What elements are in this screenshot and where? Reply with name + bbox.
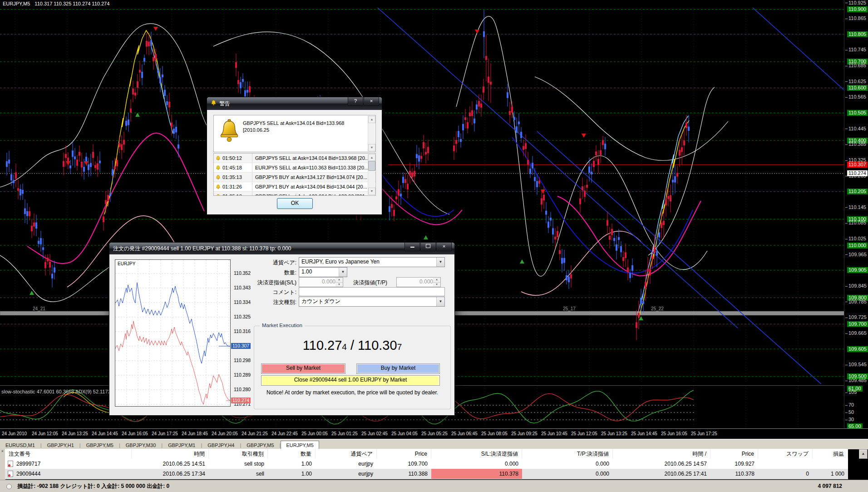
- order-cell: 0.000: [522, 469, 613, 479]
- alert-history-list[interactable]: 01:50:12GBPJPY5 SELL at Ask=134.014 Bid=…: [213, 153, 376, 196]
- terminal-column-header[interactable]: スワップ: [758, 449, 813, 459]
- price-scale-label: 109.725: [845, 314, 867, 320]
- terminal-order-row[interactable]: 290094442010.06.25 17:34sell1.00eurjpy11…: [5, 469, 848, 479]
- terminal-column-header[interactable]: T/P:決済指値: [522, 449, 613, 459]
- terminal-column-header[interactable]: Price: [710, 449, 758, 459]
- alert-list-item[interactable]: 01:35:13GBPJPY5 BUY at Ask=134.127 Bid=1…: [214, 173, 375, 182]
- message-scrollbar[interactable]: ▲ ▼: [368, 116, 375, 151]
- price-scale[interactable]: 110.925110.900110.865110.805110.745110.7…: [844, 0, 868, 428]
- terminal-scroll-up-arrow[interactable]: ▲: [859, 449, 868, 459]
- help-button[interactable]: ?: [348, 97, 363, 106]
- scroll-down-icon[interactable]: ▼: [368, 144, 375, 151]
- time-axis[interactable]: 24 Jun 201024 Jun 12:0524 Jun 13:2524 Ju…: [0, 428, 868, 439]
- order-cell: 110.378: [710, 469, 758, 479]
- close-position-button[interactable]: Close #29009444 sell 1.00 EURJPY by Mark…: [261, 375, 440, 386]
- buy-arrow-icon: [135, 113, 140, 117]
- candles: [390, 135, 428, 221]
- market-execution-notice: Notice! At order by market execution, th…: [254, 389, 450, 396]
- terminal-column-header[interactable]: 時間: [132, 449, 209, 459]
- terminal-close-icon[interactable]: ×: [1, 449, 4, 453]
- alert-text: GBPJPY5 SELL at Ask=134.014 Bid=133.968 …: [252, 155, 375, 161]
- bid-price-fraction: 4: [342, 342, 347, 352]
- chart-tab-gbpjpy-m30[interactable]: GBPJPY,M30: [120, 441, 161, 449]
- indicator-scale-label: 105: [845, 389, 857, 395]
- time-axis-label: 24 Jun 20:05: [212, 431, 238, 436]
- alert-list-scrollbar[interactable]: ▲▼: [368, 154, 375, 195]
- alert-list-item[interactable]: 01:45:18EURJPY5 SELL at Ask=110.363 Bid=…: [214, 163, 375, 173]
- chart-tab-gbpjpy-m1[interactable]: GBPJPY,M1: [163, 441, 201, 449]
- alert-message-text: GBPJPY5 SELL at Ask=134.014 Bid=133.968 …: [243, 120, 365, 134]
- order-type-select[interactable]: カウントダウン ▼: [299, 297, 445, 307]
- close-button[interactable]: ×: [364, 97, 379, 106]
- alert-time: 01:35:13: [214, 173, 252, 182]
- scale-tick: [845, 81, 848, 82]
- scroll-down-icon[interactable]: ▼: [368, 188, 375, 195]
- bell-icon: [216, 175, 221, 180]
- price-scale-label: 109.485: [845, 378, 867, 383]
- takeprofit-stepper[interactable]: ▲▼: [433, 277, 441, 287]
- terminal-column-header[interactable]: 数量: [268, 449, 316, 459]
- price-scale-label: 110.745: [845, 47, 866, 53]
- terminal-order-row[interactable]: 289997172010.06.25 14:51sell stop1.00eur…: [5, 459, 848, 469]
- terminal-column-header[interactable]: 取引種別: [209, 449, 268, 459]
- scale-tick: [845, 207, 848, 208]
- alert-list-item[interactable]: 01:25:13GBPJPY5 SELL at Ask=133.964 Bid=…: [214, 192, 375, 196]
- scroll-up-icon[interactable]: ▲: [368, 154, 375, 161]
- scrollbar-thumb[interactable]: [368, 161, 375, 171]
- terminal-column-header[interactable]: 通貨ペア: [316, 449, 377, 459]
- time-axis-label: 24 Jun 14:45: [92, 431, 118, 436]
- scroll-up-icon[interactable]: ▲: [368, 116, 375, 123]
- chart-tab-gbpjpy-h4[interactable]: GBPJPY,H4: [202, 441, 240, 449]
- order-cell: [758, 459, 813, 469]
- chevron-down-icon[interactable]: ▼: [436, 297, 444, 306]
- time-axis-label: 25 Jun 02:45: [361, 431, 388, 436]
- terminal-column-header[interactable]: S/L:決済逆指値: [431, 449, 522, 459]
- order-dialog-titlebar[interactable]: 注文の発注 #29009444 sell 1.00 EURJPY at 110.…: [109, 243, 454, 254]
- price-scale-label: 110.685: [845, 63, 866, 69]
- chart-tab-gbpjpy-m5[interactable]: GBPJPY,M5: [81, 441, 119, 449]
- alert-dialog: 警告 ? × GBPJPY5 SELL at Ask=134.014 Bid=1…: [207, 97, 382, 215]
- chevron-down-icon[interactable]: ▼: [339, 268, 347, 277]
- price-scale-label: 110.625: [845, 79, 866, 84]
- volume-select[interactable]: 1.00 ▼: [299, 267, 347, 277]
- terminal-column-header[interactable]: 注文番号: [5, 449, 132, 459]
- price-scale-label: 110.505: [847, 110, 868, 116]
- alert-list-item[interactable]: 01:50:12GBPJPY5 SELL at Ask=134.014 Bid=…: [214, 154, 375, 163]
- chart-tab-gbpjpy-h1[interactable]: GBPJPY,H1: [42, 441, 79, 449]
- chart-tab-eurusd-m1[interactable]: EURUSD,M1: [0, 441, 40, 449]
- buy-by-market-button[interactable]: Buy by Market: [356, 363, 440, 374]
- terminal-table-header[interactable]: 注文番号時間取引種別数量通貨ペアPriceS/L:決済逆指値T/P:決済指値時間…: [5, 449, 848, 459]
- chart-tab-eurjpy-m5[interactable]: EURJPY,M5: [281, 441, 319, 449]
- comment-input[interactable]: [299, 287, 445, 296]
- terminal-column-header[interactable]: 時間 /: [613, 449, 710, 459]
- bid-ask-price-display: 110.274 / 110.307: [254, 338, 450, 353]
- order-dialog: 注文の発注 #29009444 sell 1.00 EURJPY at 110.…: [109, 242, 455, 416]
- terminal-column-header[interactable]: 損益: [813, 449, 848, 459]
- chart-tab-gbpjpy-m5[interactable]: GBPJPY,M5: [241, 441, 279, 449]
- indicator-scale-label: 50: [845, 409, 854, 415]
- takeprofit-field-label: 決済指値(T/P): [333, 279, 387, 287]
- terminal-column-header[interactable]: Price: [377, 449, 431, 459]
- takeprofit-input[interactable]: 0.000: [396, 277, 435, 287]
- minimize-button[interactable]: [404, 243, 420, 251]
- order-cell: sell: [209, 469, 268, 479]
- market-execution-label: Market Execution: [260, 323, 305, 328]
- ok-button[interactable]: OK: [277, 198, 313, 209]
- close-button[interactable]: ×: [436, 243, 452, 251]
- order-cell: eurjpy: [316, 469, 377, 479]
- time-axis-label: 24 Jun 16:05: [122, 431, 148, 436]
- mt4-application: EURJPY,M5110.317 110.325 110.274 110.274…: [0, 0, 868, 492]
- alert-dialog-titlebar[interactable]: 警告 ? ×: [207, 97, 382, 110]
- sell-by-market-button[interactable]: Sell by Market: [261, 363, 345, 374]
- symbol-select[interactable]: EURJPY, Euro vs Japanese Yen ▼: [299, 257, 445, 267]
- maximize-button[interactable]: [420, 243, 436, 251]
- tick-scale-label: 110.289: [234, 372, 251, 378]
- terminal-summary-bar: 損益計: -902 188 クレジット計: 0 入金計: 5 000 000 出…: [0, 480, 868, 492]
- stoploss-input[interactable]: 0.000: [299, 277, 338, 287]
- market-execution-group: Market Execution 110.274 / 110.307 Sell …: [254, 326, 451, 409]
- alert-list-item[interactable]: 01:31:26GBPJPY1 BUY at Ask=134.094 Bid=1…: [214, 182, 375, 192]
- price-separator: /: [347, 338, 358, 353]
- time-axis-label: 25 Jun 06:45: [451, 431, 478, 436]
- chevron-down-icon[interactable]: ▼: [436, 258, 444, 267]
- price-scale-label: 110.307: [847, 162, 868, 168]
